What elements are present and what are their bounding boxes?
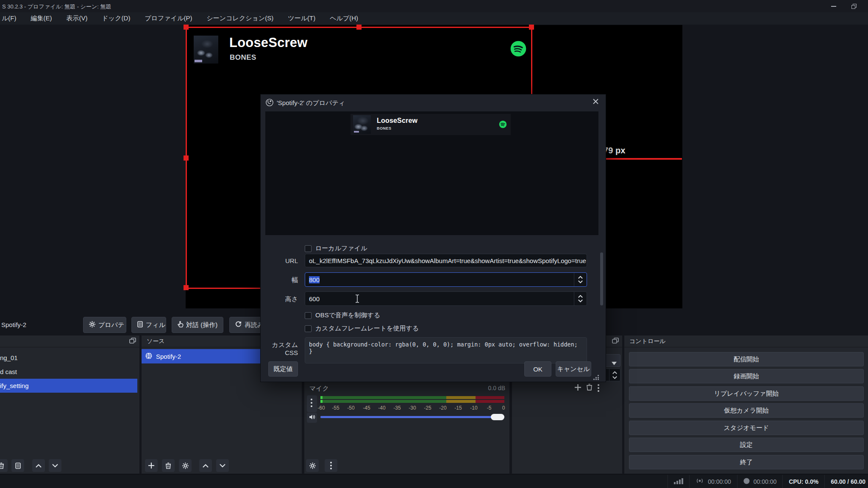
local-file-row: ローカルファイル [305,244,367,252]
spinner-down-icon [612,376,617,379]
restore-button[interactable] [848,3,860,10]
properties-button-label: プロパティ [98,321,126,329]
spinner-up-icon [578,276,583,279]
width-spinner[interactable] [574,273,587,286]
menu-docks[interactable]: ドック(D) [95,12,138,25]
studio-mode-button[interactable]: スタジオモード [629,421,864,435]
start-recording-button[interactable]: 録画開始 [629,369,864,383]
meter-tick: -35 [393,405,401,411]
interact-button[interactable]: 対話 (操作) [172,317,223,333]
popout-icon[interactable] [612,338,619,345]
dimension-guide-line [599,158,682,160]
stream-status-icon [696,478,704,485]
menu-profile[interactable]: プロファイル(P) [137,12,199,25]
selection-handle-bottom-left[interactable] [184,285,189,290]
mixer-menu-button[interactable] [325,459,337,472]
url-input[interactable]: oL_k2lEffIMSFbA_73qLkzuJdXiyUw&showAlbum… [305,254,587,267]
source-item-label: Spotify-2 [156,353,181,360]
hand-pointer-icon [178,321,183,329]
control-audio-checkbox[interactable] [305,312,312,319]
source-properties-button[interactable] [179,459,192,472]
move-scene-down-button[interactable] [49,459,61,472]
start-replay-buffer-button[interactable]: リプレイバッファ開始 [629,386,864,401]
settings-button[interactable]: 設定 [629,438,864,452]
exit-button[interactable]: 終了 [629,455,864,469]
custom-css-input[interactable]: body { background-color: rgba(0, 0, 0, 0… [305,337,587,363]
mute-button[interactable] [307,413,317,423]
start-virtual-camera-button[interactable]: 仮想カメラ開始 [629,403,864,418]
local-file-checkbox[interactable] [305,245,312,252]
dialog-title: 'Spotify-2' のプロパティ [277,99,345,107]
height-spinner[interactable] [574,292,587,305]
remove-transition-icon[interactable] [586,384,593,392]
filters-button[interactable]: フィルタ [131,317,166,333]
spinner-up-icon [612,371,617,374]
record-timer: 00:00:00 [754,478,777,485]
mixer-settings-button[interactable] [306,459,319,472]
defaults-button[interactable]: 既定値 [268,361,298,377]
cancel-button[interactable]: キャンセル [556,361,591,377]
move-source-down-button[interactable] [216,459,229,472]
selection-handle-top-right[interactable] [529,25,534,30]
add-source-button[interactable] [145,459,158,472]
control-audio-row: OBSで音声を制御する [305,311,380,319]
kebab-icon [330,462,332,469]
kebab-icon[interactable] [598,384,599,392]
height-input[interactable]: 600 [305,291,587,306]
meter-tick: -60 [317,405,325,411]
spinner-down-icon [578,280,583,283]
menu-scene-collection[interactable]: シーンコレクション(S) [200,12,281,25]
custom-fps-checkbox[interactable] [305,325,312,332]
spinner-up-icon [578,295,583,298]
scene-item-selected[interactable]: ify_setting [0,379,137,393]
mixer-channel-menu-button[interactable] [307,395,317,412]
add-transition-icon[interactable] [575,384,581,392]
move-scene-up-button[interactable] [32,459,45,472]
menu-tools[interactable]: ツール(T) [281,12,323,25]
meter-tick: 0 [502,405,505,411]
width-label: 幅 [261,276,298,284]
interact-button-label: 対話 (操作) [186,321,217,329]
scene-item[interactable]: d cast [0,365,139,379]
remove-source-button[interactable] [162,459,175,472]
dialog-scrollbar-thumb[interactable] [600,252,603,305]
menu-help[interactable]: ヘルプ(H) [323,12,365,25]
selection-handle-mid-left[interactable] [184,155,189,161]
scene-item[interactable]: ng_01 [0,351,139,365]
meter-tick: -30 [409,405,416,411]
start-streaming-button[interactable]: 配信開始 [629,352,864,366]
volume-meter-bar [320,396,504,399]
volume-slider-handle[interactable] [491,414,504,420]
volume-slider[interactable] [320,412,505,422]
scenes-dock: ng_01 d cast ify_setting [0,336,139,474]
meter-tick: -10 [470,405,477,411]
control-audio-label: OBSで音声を制御する [315,311,380,319]
scene-filters-button[interactable] [11,459,24,472]
spotify-now-playing-source[interactable]: LooseScrew BONES [186,27,532,68]
filters-button-label: フィルタ [146,321,166,329]
menu-view[interactable]: 表示(V) [59,12,95,25]
sources-dock-title: ソース [147,338,165,345]
selection-handle-top-center[interactable] [356,25,362,30]
meter-tick: -50 [347,405,354,411]
width-input[interactable]: 800 [305,272,587,287]
resize-grip[interactable] [593,374,599,380]
menu-file[interactable]: ル(F) [0,12,24,25]
dialog-close-button[interactable] [590,97,601,108]
minimize-button[interactable] [827,3,840,10]
move-source-up-button[interactable] [199,459,212,472]
local-file-label: ローカルファイル [315,244,367,252]
popout-icon[interactable] [129,338,136,345]
meter-tick: -5 [487,405,492,411]
remove-scene-button[interactable] [0,459,8,472]
menu-edit[interactable]: 編集(E) [24,12,59,25]
chevron-down-icon [612,359,617,367]
scenes-dock-header [0,336,139,347]
dialog-preview-area: LooseScrew BONES [265,111,598,235]
stream-timer: 00:00:00 [708,478,731,485]
speaker-icon [309,414,315,421]
selection-handle-top-left[interactable] [184,25,189,30]
meter-tick: -25 [424,405,431,411]
properties-button[interactable]: プロパティ [83,317,126,333]
ok-button[interactable]: OK [524,361,551,377]
